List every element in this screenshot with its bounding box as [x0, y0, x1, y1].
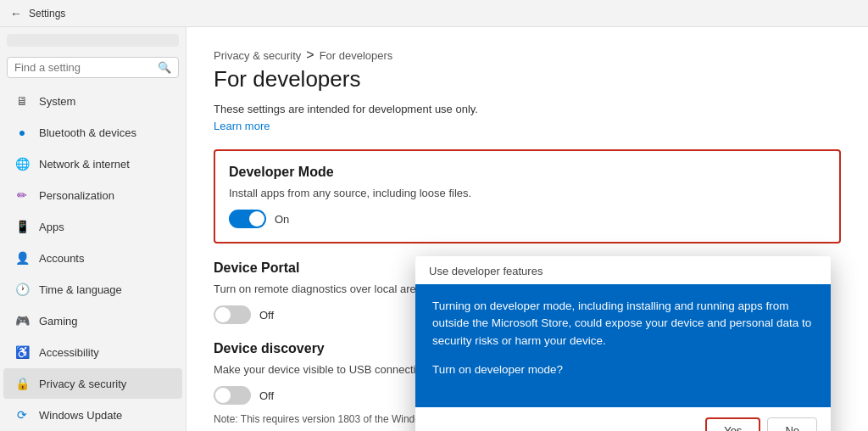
sidebar-item-bluetooth[interactable]: ●Bluetooth & devices [3, 117, 182, 148]
sidebar-item-label-bluetooth: Bluetooth & devices [39, 126, 136, 139]
sidebar-item-label-accounts: Accounts [39, 252, 84, 265]
back-icon[interactable]: ← [10, 7, 22, 20]
use-developer-features-dialog: Use developer features Turning on develo… [415, 256, 831, 431]
sidebar-item-label-apps: Apps [39, 221, 64, 233]
sidebar-item-label-system: System [39, 95, 75, 108]
app-container: 🔍 🖥System●Bluetooth & devices🌐Network & … [0, 27, 868, 431]
dialog-question: Turn on developer mode? [432, 361, 814, 378]
search-input[interactable] [14, 61, 158, 74]
update-nav-icon: ⟳ [14, 406, 31, 423]
dialog-title-bar: Use developer features [415, 256, 831, 284]
sidebar-item-apps[interactable]: 📱Apps [3, 211, 182, 242]
sidebar-item-network[interactable]: 🌐Network & internet [3, 148, 182, 179]
no-button[interactable]: No [767, 417, 817, 431]
system-nav-icon: 🖥 [14, 92, 31, 109]
sidebar-item-label-update: Windows Update [39, 409, 122, 422]
privacy-nav-icon: 🔒 [14, 375, 31, 392]
time-nav-icon: 🕐 [14, 281, 31, 298]
sidebar-item-accessibility[interactable]: ♿Accessibility [3, 337, 182, 367]
yes-button[interactable]: Yes [705, 417, 760, 431]
dialog-buttons: Yes No [415, 407, 831, 431]
sidebar-item-label-gaming: Gaming [39, 315, 78, 327]
main-content: Privacy & security > For developers For … [186, 27, 868, 431]
network-nav-icon: 🌐 [14, 155, 31, 172]
search-box[interactable]: 🔍 [7, 57, 179, 78]
sidebar-item-system[interactable]: 🖥System [3, 86, 182, 116]
accounts-nav-icon: 👤 [14, 249, 31, 266]
sidebar-item-label-time: Time & language [39, 283, 122, 296]
profile-area [7, 34, 179, 47]
dialog-body: Turning on developer mode, including ins… [415, 284, 831, 407]
gaming-nav-icon: 🎮 [14, 312, 31, 329]
bluetooth-nav-icon: ● [14, 124, 31, 141]
sidebar: 🔍 🖥System●Bluetooth & devices🌐Network & … [0, 27, 186, 431]
sidebar-item-update[interactable]: ⟳Windows Update [3, 400, 182, 430]
sidebar-item-accounts[interactable]: 👤Accounts [3, 243, 182, 273]
sidebar-item-privacy[interactable]: 🔒Privacy & security [3, 368, 182, 399]
sidebar-item-gaming[interactable]: 🎮Gaming [3, 305, 182, 336]
title-bar: ← Settings [0, 0, 868, 27]
dialog-overlay: Use developer features Turning on develo… [186, 27, 868, 431]
sidebar-item-label-personalization: Personalization [39, 189, 114, 202]
sidebar-item-label-privacy: Privacy & security [39, 378, 126, 390]
app-title: Settings [29, 8, 65, 20]
sidebar-item-label-network: Network & internet [39, 158, 130, 171]
accessibility-nav-icon: ♿ [14, 344, 31, 361]
sidebar-item-personalization[interactable]: ✏Personalization [3, 180, 182, 210]
sidebar-item-label-accessibility: Accessibility [39, 346, 99, 359]
dialog-body-text: Turning on developer mode, including ins… [432, 298, 814, 350]
sidebar-item-time[interactable]: 🕐Time & language [3, 274, 182, 305]
personalization-nav-icon: ✏ [14, 187, 31, 204]
search-icon: 🔍 [158, 61, 171, 74]
nav-list: 🖥System●Bluetooth & devices🌐Network & in… [0, 85, 186, 431]
apps-nav-icon: 📱 [14, 218, 31, 235]
